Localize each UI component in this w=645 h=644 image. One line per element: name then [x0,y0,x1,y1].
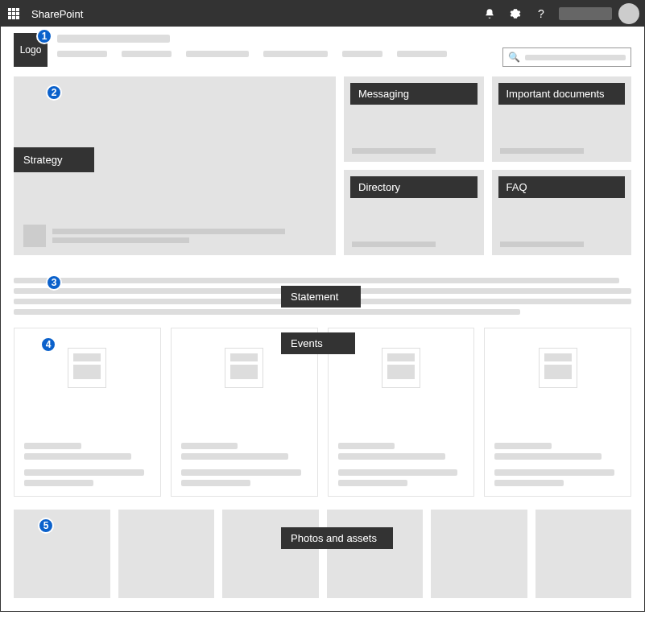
suite-bar: SharePoint ? [1,1,644,27]
quicklink-messaging[interactable]: Messaging [344,76,484,162]
app-launcher-icon[interactable] [1,1,27,27]
app-name: SharePoint [31,8,83,20]
statement-label: Statement [281,286,361,308]
top-nav [57,51,502,57]
hero-webpart[interactable]: 2 Strategy [14,76,336,255]
gallery-item[interactable] [431,510,527,598]
nav-item[interactable] [57,51,107,57]
user-avatar[interactable] [618,3,639,24]
settings-icon[interactable] [502,1,528,27]
callout-1: 1 [36,28,52,44]
notifications-icon[interactable] [477,1,502,27]
nav-item[interactable] [263,51,328,57]
quicklink-directory[interactable]: Directory [344,170,484,255]
tile-label: Important documents [498,83,626,105]
event-card[interactable] [484,328,631,497]
search-icon: 🔍 [508,52,520,63]
quicklink-documents[interactable]: Important documents [492,76,632,162]
nav-item[interactable] [186,51,249,57]
image-gallery-webpart: Photos and assets 5 [14,510,631,598]
search-box[interactable]: 🔍 [502,47,631,67]
event-card[interactable]: 4 [14,328,161,497]
hero-label: Strategy [14,147,94,172]
nav-item[interactable] [122,51,172,57]
gallery-item[interactable] [118,510,215,598]
tile-label: Messaging [350,83,478,105]
photos-label: Photos and assets [281,527,393,549]
tenant-placeholder [559,7,612,20]
site-title-placeholder [57,35,170,43]
events-label: Events [281,332,355,354]
gallery-item[interactable] [327,510,424,598]
site-header: 1 Logo 🔍 [1,27,644,70]
gallery-item[interactable] [535,510,632,598]
quicklink-faq[interactable]: FAQ [492,170,632,255]
gallery-item[interactable] [222,510,319,598]
callout-2: 2 [46,85,62,101]
text-webpart: 3 Statement [14,278,631,315]
help-icon[interactable]: ? [528,1,554,27]
tile-label: Directory [350,176,478,198]
callout-3: 3 [46,275,62,291]
gallery-item[interactable]: 5 [14,510,110,598]
tile-label: FAQ [498,176,626,198]
hero-text-placeholder [52,229,326,243]
hero-thumb [23,225,46,247]
search-placeholder [525,55,626,60]
callout-5: 5 [38,518,54,534]
callout-4: 4 [40,336,56,353]
nav-item[interactable] [342,51,382,57]
nav-item[interactable] [397,51,447,57]
events-webpart: Events 4 [14,328,631,497]
